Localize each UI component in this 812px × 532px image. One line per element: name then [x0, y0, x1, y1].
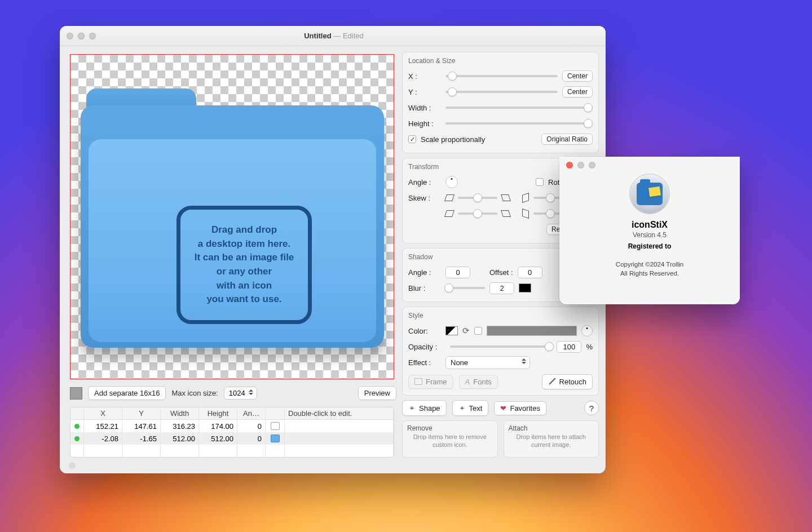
minimize-icon: [577, 162, 584, 169]
effect-select[interactable]: None: [445, 356, 530, 369]
titlebar[interactable]: Untitled — Edited: [60, 26, 606, 46]
x-label: X :: [408, 72, 441, 81]
font-icon: A: [465, 378, 470, 386]
skew-left-icon: [444, 210, 454, 217]
color-well[interactable]: [445, 326, 458, 335]
skew-up-icon: [522, 193, 529, 203]
resize-grip-icon[interactable]: [69, 462, 76, 469]
opacity-slider[interactable]: [450, 345, 552, 348]
main-window: Untitled — Edited Drag and drop a deskto…: [60, 26, 606, 473]
folder-preview: Drag and drop a desktop item here. It ca…: [81, 88, 384, 356]
app-icon: [629, 174, 670, 214]
traffic-lights: [67, 33, 96, 39]
col-x[interactable]: X: [84, 407, 122, 419]
visibility-dot-icon[interactable]: [74, 424, 80, 429]
help-button[interactable]: ?: [584, 401, 599, 415]
height-slider[interactable]: [445, 122, 593, 125]
width-label: Width :: [408, 104, 441, 112]
col-angle[interactable]: An…: [237, 407, 266, 419]
shadow-angle-label: Angle :: [408, 268, 441, 277]
col-height[interactable]: Height: [199, 407, 237, 419]
scale-prop-label: Scale proportionally: [421, 135, 485, 144]
minimize-icon[interactable]: [78, 33, 85, 39]
preview-button[interactable]: Preview: [358, 386, 396, 400]
zoom-icon: [589, 162, 595, 169]
col-hint: Double-click to edit.: [285, 407, 394, 419]
opacity-label: Opacity :: [408, 343, 445, 351]
opacity-field[interactable]: 100: [557, 341, 581, 353]
plus-icon: ＋: [408, 403, 416, 413]
center-y-button[interactable]: Center: [562, 86, 593, 97]
text-layer-icon: [271, 422, 280, 430]
y-slider[interactable]: [445, 91, 558, 93]
max-icon-size-select[interactable]: 1024: [224, 387, 257, 400]
table-row[interactable]: -2.08 -1.65 512.00 512.00 0: [70, 432, 394, 445]
fonts-button[interactable]: A Fonts: [459, 375, 498, 389]
color-label: Color:: [408, 327, 441, 335]
app-version: Version 4.5: [633, 231, 667, 239]
close-icon[interactable]: [566, 162, 573, 169]
gradient-bar[interactable]: [487, 326, 577, 336]
folder-layer-icon: [271, 435, 280, 442]
shadow-angle-field[interactable]: 0: [445, 267, 470, 278]
shadow-blur-slider[interactable]: [445, 287, 485, 289]
height-label: Height :: [408, 119, 441, 128]
layers-table[interactable]: X Y Width Height An… Double-click to edi…: [70, 407, 394, 458]
background-swatch[interactable]: [70, 387, 82, 400]
angle-label: Angle :: [408, 178, 441, 187]
shadow-blur-label: Blur :: [408, 284, 441, 292]
original-ratio-button[interactable]: Original Ratio: [541, 134, 593, 145]
add-16x16-button[interactable]: Add separate 16x16: [88, 386, 166, 400]
location-size-panel: Location & Size X : Center Y : Center Wi…: [402, 52, 599, 153]
skew-right-icon: [501, 194, 511, 201]
skew-right-icon: [501, 210, 511, 217]
skew-left-icon: [444, 194, 454, 201]
add-shape-button[interactable]: ＋Shape: [402, 400, 447, 416]
angle-knob[interactable]: [445, 176, 458, 188]
canvas[interactable]: Drag and drop a desktop item here. It ca…: [70, 54, 394, 379]
shadow-offset-field[interactable]: 0: [518, 267, 542, 278]
drop-hint-box[interactable]: Drag and drop a desktop item here. It ca…: [176, 206, 312, 324]
col-width[interactable]: Width: [161, 407, 199, 419]
refresh-icon[interactable]: ⟳: [462, 326, 470, 336]
skew-label: Skew :: [408, 194, 441, 202]
visibility-dot-icon[interactable]: [74, 436, 80, 441]
favorites-button[interactable]: ❤Favorites: [494, 401, 546, 415]
heart-icon: ❤: [500, 404, 506, 413]
add-text-button[interactable]: ＋Text: [452, 400, 489, 416]
shadow-offset-label: Offset :: [489, 268, 513, 277]
copyright: Copyright ©2024 Trollin All Rights Reser…: [616, 260, 683, 278]
app-name: iconStiX: [632, 220, 668, 230]
zoom-icon[interactable]: [89, 33, 96, 39]
width-slider[interactable]: [445, 107, 593, 109]
col-y[interactable]: Y: [122, 407, 161, 419]
frame-icon: [414, 378, 422, 385]
shadow-color-well[interactable]: [519, 283, 531, 292]
remove-drop-zone[interactable]: Remove Drop items here to remove custom …: [402, 420, 498, 458]
max-icon-size-label: Max icon size:: [171, 389, 218, 397]
gradient-angle-knob[interactable]: [581, 325, 593, 336]
window-title: Untitled — Edited: [96, 32, 572, 40]
gradient-checkbox[interactable]: [474, 327, 482, 335]
close-icon[interactable]: [67, 33, 73, 39]
about-window: iconStiX Version 4.5 Registered to Copyr…: [559, 157, 740, 304]
scale-prop-checkbox[interactable]: ✓: [408, 135, 416, 143]
attach-drop-zone[interactable]: Attach Drop items here to attach current…: [504, 420, 599, 458]
table-row[interactable]: 152.21 147.61 316.23 174.00 0: [70, 420, 394, 432]
skew-h2-slider[interactable]: [458, 212, 497, 215]
retouch-button[interactable]: Retouch: [542, 374, 593, 389]
skew-down-icon: [522, 209, 529, 219]
effect-label: Effect :: [408, 358, 441, 367]
style-panel: Style Color: ⟳ Opacity : 100 % Effect :: [402, 307, 599, 396]
x-slider[interactable]: [445, 75, 558, 77]
y-label: Y :: [408, 88, 441, 96]
brush-icon: [548, 377, 556, 387]
frame-button[interactable]: Frame: [408, 375, 453, 389]
center-x-button[interactable]: Center: [562, 70, 593, 82]
rotate-45-checkbox[interactable]: [536, 178, 544, 186]
plus-icon: ＋: [458, 403, 466, 413]
shadow-blur-field[interactable]: 2: [489, 282, 514, 294]
skew-h-slider[interactable]: [458, 197, 497, 199]
registered-to: Registered to: [628, 242, 672, 250]
